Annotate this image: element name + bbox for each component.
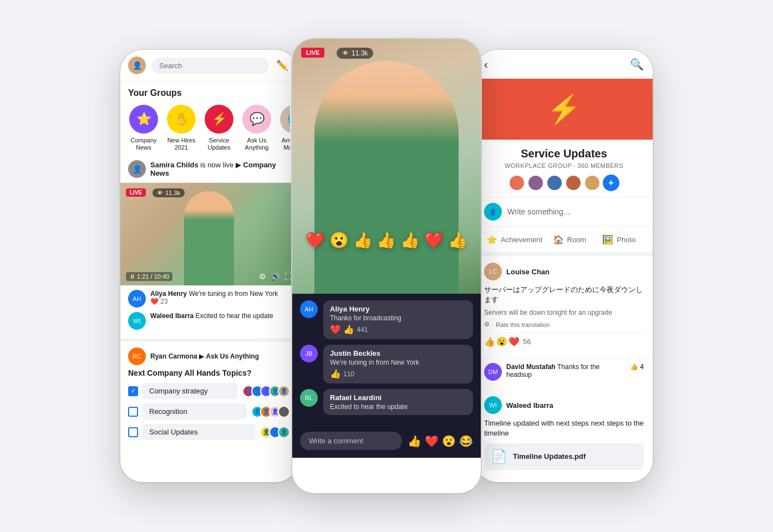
reaction-4: 👍 (377, 231, 396, 249)
reaction-count-1: 56 (523, 337, 531, 346)
post-author-1: LC Louise Chan (484, 263, 644, 280)
dark-comment-bubble-2: Justin Beckles We're tuning in from New … (323, 345, 473, 383)
center-comment-input[interactable]: Write a comment (300, 432, 402, 450)
phones-container: 👤 Search ✏️ Your Groups ⭐ CompanyNews ✋ … (120, 39, 653, 493)
group-item-service-updates[interactable]: ⚡ ServiceUpdates (204, 105, 235, 151)
search-placeholder: Search (159, 62, 182, 70)
post-body-jp: サーバーはアップグレードのために今夜ダウンします (484, 285, 644, 305)
group-item-american-markets[interactable]: 🌐 AmericanMarkets (279, 105, 290, 151)
add-members-button[interactable]: + (603, 175, 619, 191)
dark-comment-text-2: We're tuning in from New York (330, 359, 466, 366)
reply-user: David Mustafah (506, 363, 556, 371)
commenter-name-1: Aliya Henry (150, 290, 187, 298)
video-container[interactable]: LIVE 👁 11.3k ⏸ 1:21 / 10:40 ⚙ 🔊 ⛶ (120, 183, 298, 285)
reply-avatar: DM (484, 363, 502, 381)
groups-title: Your Groups (128, 88, 290, 98)
reaction-thumbs-up: 👍 (484, 336, 495, 347)
group-icon-american-markets: 🌐 (280, 105, 290, 134)
comment-text-2: Waleed Ibarra Excited to hear the update (150, 312, 273, 320)
poll-option-text-1: Company strategy (143, 383, 238, 399)
rate-text: Rate this translation (496, 321, 550, 328)
reaction-wow: 😮 (496, 336, 507, 347)
center-video[interactable]: LIVE 👁 11.3k ❤️ 😮 👍 👍 👍 ❤️ 👍 (292, 39, 481, 294)
back-arrow[interactable]: ‹ (484, 58, 488, 71)
reply-like-icon: 👍 (630, 363, 638, 371)
view-number: 11.3k (165, 190, 180, 196)
dark-comment-likes-1: ❤️ 👍 441 (330, 324, 466, 335)
emoji-reactions: ❤️ 😮 👍 👍 👍 ❤️ 👍 (292, 231, 481, 249)
emoji-heart[interactable]: ❤️ (425, 434, 439, 448)
poll-option-text-3: Social Updates (143, 424, 256, 440)
live-notification[interactable]: 👤 Samira Childs is now live ▶ Company Ne… (120, 156, 298, 183)
post-reactions-1: 👍 😮 ❤️ 56 (484, 332, 644, 347)
reaction-2: 😮 (329, 231, 349, 249)
gear-icon: ⚙ (484, 321, 490, 328)
center-view-count: 👁 11.3k (337, 48, 373, 59)
room-btn[interactable]: 🏠 Room (545, 231, 594, 248)
group-icon-ask-us: 💬 (242, 105, 271, 134)
poll-user-name: Ryan Carmona (150, 352, 197, 360)
poll-title: Next Company All Hands Topics? (128, 369, 290, 377)
achievement-icon: ⭐ (486, 234, 497, 245)
video-controls: ⏸ 1:21 / 10:40 ⚙ 🔊 ⛶ (120, 272, 298, 281)
comment-row-2: WI Waleed Ibarra Excited to hear the upd… (128, 312, 290, 330)
dark-comment-avatar-2: JB (300, 345, 318, 362)
group-label-service-updates: ServiceUpdates (208, 137, 231, 151)
rate-translation[interactable]: ⚙ · Rate this translation (484, 321, 644, 328)
member-avatar-3 (546, 175, 563, 191)
action-buttons: ⭐ Achievement 🏠 Room 🖼️ Photo (475, 227, 653, 256)
group-item-company-news[interactable]: ⭐ CompanyNews (128, 105, 159, 151)
video-scene (120, 183, 298, 285)
checkbox-2[interactable] (128, 407, 138, 417)
emoji-thumbs-up[interactable]: 👍 (408, 434, 421, 448)
write-placeholder[interactable]: Write something... (507, 207, 570, 216)
group-label-american-markets: AmericanMarkets (282, 137, 290, 151)
search-bar[interactable]: Search (151, 58, 269, 74)
live-arrow: ▶ (236, 161, 243, 169)
comment-row-1: AH Aliya Henry We're tuning in from New … (128, 290, 290, 308)
poll-option-2[interactable]: Recognition 👤 👤 👤 👤 (128, 403, 290, 420)
reaction-icons-row: 👍 ❤️ 😮 😂 (408, 434, 473, 448)
center-live-badge: LIVE (301, 48, 324, 58)
center-eye-icon: 👁 (342, 49, 349, 57)
volume-icon[interactable]: 🔊 (271, 272, 280, 281)
dark-comment-bubble-1: Aliya Henry Thanks for broadcasting ❤️ 👍… (323, 300, 473, 339)
poll-option-3[interactable]: Social Updates 👤 👤 👤 (128, 424, 290, 440)
dark-comment-text-1: Thanks for broadcasting (330, 314, 466, 322)
dark-comment-avatar-1: AH (300, 300, 318, 318)
poll-avatars-3: 👤 👤 👤 (260, 426, 290, 438)
post-author-avatar-2: WI (484, 396, 502, 414)
attachment[interactable]: 📄 Timeline Updates.pdf (484, 443, 644, 470)
post-author-2: WI Waleed Ibarra (484, 396, 644, 414)
like-count-2: 110 (343, 370, 354, 378)
poll-option-1[interactable]: ✓ Company strategy 👤 👤 👤 👤 👤 (128, 383, 290, 399)
achievement-btn[interactable]: ⭐ Achievement (484, 231, 545, 248)
video-bg (120, 183, 298, 285)
fullscreen-icon[interactable]: ⛶ (284, 272, 292, 281)
checkbox-3[interactable] (128, 427, 138, 437)
group-label-company-news: CompanyNews (130, 137, 156, 151)
user-avatar[interactable]: 👤 (128, 57, 146, 74)
heart-count-1: ❤️ 23 (150, 298, 168, 305)
video-icons: ⚙ 🔊 ⛶ (259, 272, 292, 281)
search-icon[interactable]: 🔍 (630, 58, 644, 71)
room-label: Room (567, 236, 587, 244)
phone-center: LIVE 👁 11.3k ❤️ 😮 👍 👍 👍 ❤️ 👍 AH Aliya He… (292, 39, 481, 493)
group-item-ask-us[interactable]: 💬 Ask UsAnything (241, 105, 272, 151)
poll-user-avatar: RC (128, 347, 146, 365)
center-comments-dark: AH Aliya Henry Thanks for broadcasting ❤… (292, 294, 481, 427)
edit-icon[interactable]: ✏️ (274, 58, 290, 73)
dark-comment-bubble-3: Rafael Leardini Excited to hear the upda… (323, 389, 473, 415)
commenter-avatar-2: WI (128, 312, 146, 330)
phone-left: 👤 Search ✏️ Your Groups ⭐ CompanyNews ✋ … (120, 50, 298, 482)
group-label-ask-us: Ask UsAnything (245, 137, 269, 151)
emoji-laugh[interactable]: 😂 (459, 434, 473, 448)
settings-icon[interactable]: ⚙ (259, 272, 266, 281)
photo-btn[interactable]: 🖼️ Photo (594, 231, 644, 248)
view-count: 👁 11.3k (152, 188, 185, 197)
emoji-wow[interactable]: 😮 (442, 434, 456, 448)
checkbox-1[interactable]: ✓ (128, 386, 138, 396)
reply-likes: 👍 4 (630, 363, 644, 371)
video-person (184, 191, 234, 285)
group-item-new-hires[interactable]: ✋ New Hires2021 (166, 105, 197, 151)
